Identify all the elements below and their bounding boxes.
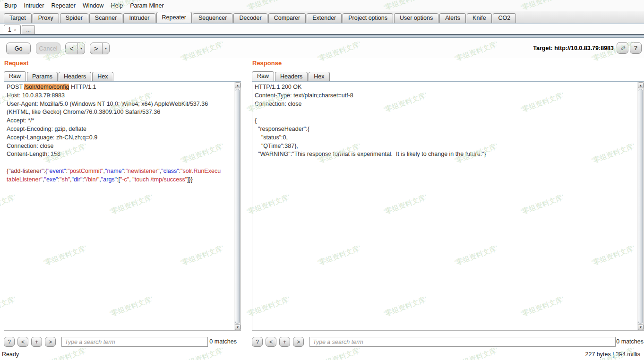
request-line: POST /solr/demo/config HTTP/1.1 xyxy=(7,83,232,92)
repeater-toolbar: Go Cancel < ▼ > ▼ Target: http://10.0.83… xyxy=(0,38,644,58)
response-stats: 227 bytes | 394 millis xyxy=(585,351,641,358)
next-request-label: > xyxy=(90,43,102,54)
tab-alerts[interactable]: Alerts xyxy=(439,13,466,23)
scroll-up-icon[interactable]: ▲ xyxy=(235,82,240,88)
tab-scanner[interactable]: Scanner xyxy=(89,13,123,23)
request-panel-title: Request xyxy=(4,60,28,67)
target-label: Target: xyxy=(533,45,552,51)
go-button[interactable]: Go xyxy=(6,43,31,54)
chevron-down-icon[interactable]: ▼ xyxy=(102,43,109,54)
response-tab-bar: Raw Headers Hex xyxy=(252,71,331,81)
close-tab-icon[interactable]: × xyxy=(14,26,17,34)
scroll-down-icon[interactable]: ▼ xyxy=(638,324,644,330)
tab-sequencer[interactable]: Sequencer xyxy=(193,13,232,23)
menu-help[interactable]: Help xyxy=(111,2,123,9)
tab-repeater[interactable]: Repeater xyxy=(156,12,192,23)
response-line: "WARNING":"This response format is exper… xyxy=(255,150,635,159)
request-scrollbar[interactable]: ▲ ▼ xyxy=(234,82,240,330)
request-line: Content-Length: 158 xyxy=(7,150,232,159)
tab-spider[interactable]: Spider xyxy=(60,13,88,23)
tab-proxy[interactable]: Proxy xyxy=(33,13,59,23)
scrollbar-thumb[interactable] xyxy=(235,89,240,324)
response-tab-hex[interactable]: Hex xyxy=(309,72,329,81)
request-line xyxy=(7,159,232,167)
repeater-tab-bar: 1 × ... xyxy=(0,25,644,34)
menu-intruder[interactable]: Intruder xyxy=(24,2,44,9)
repeater-tab-1-label: 1 xyxy=(8,26,11,34)
request-tab-raw[interactable]: Raw xyxy=(4,71,26,81)
response-panel-title: Response xyxy=(252,60,282,67)
response-line: "QTime":387}, xyxy=(255,142,635,151)
scroll-up-icon[interactable]: ▲ xyxy=(638,82,644,88)
status-bar: Ready 227 bytes | 394 millis xyxy=(0,350,644,360)
search-prev-button[interactable]: < xyxy=(17,337,28,347)
next-request-button[interactable]: > ▼ xyxy=(90,43,110,54)
edit-target-button[interactable]: ✎ xyxy=(617,42,628,54)
response-line: "status":0, xyxy=(255,134,635,142)
response-match-count: 0 matches xyxy=(616,338,644,345)
request-tab-hex[interactable]: Hex xyxy=(92,72,113,81)
search-help-button[interactable]: ? xyxy=(4,337,15,347)
response-scrollbar[interactable]: ▲ ▼ xyxy=(637,82,644,330)
request-match-count: 0 matches xyxy=(209,338,237,345)
prev-request-button[interactable]: < ▼ xyxy=(65,43,85,54)
tab-decoder[interactable]: Decoder xyxy=(233,13,267,23)
search-help-button[interactable]: ? xyxy=(252,337,263,347)
tab-user-options[interactable]: User options xyxy=(394,13,438,23)
menu-param-miner[interactable]: Param Miner xyxy=(130,2,164,9)
response-line: "responseHeader":{ xyxy=(255,125,635,134)
prev-request-label: < xyxy=(66,43,77,54)
response-tab-headers[interactable]: Headers xyxy=(275,72,308,81)
response-line: Connection: close xyxy=(255,100,635,109)
search-next-button[interactable]: > xyxy=(293,337,304,347)
horizontal-splitter[interactable] xyxy=(0,34,644,38)
request-search-input[interactable] xyxy=(61,337,208,347)
search-add-button[interactable]: + xyxy=(31,337,42,347)
response-line xyxy=(255,108,635,117)
tab-co2[interactable]: CO2 xyxy=(493,13,516,23)
status-text: Ready xyxy=(2,351,19,358)
response-line: { xyxy=(255,117,635,125)
cancel-button[interactable]: Cancel xyxy=(36,43,60,54)
request-editor[interactable]: POST /solr/demo/config HTTP/1.1Host: 10.… xyxy=(4,81,241,331)
tab-comparer[interactable]: Comparer xyxy=(268,13,306,23)
target-url: http://10.0.83.79:8983 xyxy=(554,45,614,51)
scrollbar-thumb[interactable] xyxy=(638,89,643,324)
request-line: Accept-Encoding: gzip, deflate xyxy=(7,125,232,134)
request-tab-params[interactable]: Params xyxy=(27,72,58,81)
response-tab-raw[interactable]: Raw xyxy=(252,71,274,81)
help-button[interactable]: ? xyxy=(630,42,642,54)
request-line: Host: 10.0.83.79:8983 xyxy=(7,92,232,100)
tab-project-options[interactable]: Project options xyxy=(343,13,393,23)
request-line: Accept-Language: zh-CN,zh;q=0.9 xyxy=(7,134,232,142)
response-search-bar: ? < + > 0 matches xyxy=(252,336,644,348)
response-editor-text[interactable]: HTTP/1.1 200 OKContent-Type: text/plain;… xyxy=(255,83,635,329)
pencil-icon: ✎ xyxy=(618,45,626,51)
repeater-tab-1[interactable]: 1 × xyxy=(4,25,21,34)
chevron-down-icon[interactable]: ▼ xyxy=(77,43,85,54)
menu-repeater[interactable]: Repeater xyxy=(52,2,76,9)
menu-window[interactable]: Window xyxy=(83,2,103,9)
request-editor-text[interactable]: POST /solr/demo/config HTTP/1.1Host: 10.… xyxy=(7,83,232,329)
tab-knife[interactable]: Knife xyxy=(467,13,492,23)
target-display: Target: http://10.0.83.79:8983 xyxy=(533,45,614,51)
tab-extender[interactable]: Extender xyxy=(307,13,342,23)
menu-burp[interactable]: Burp xyxy=(4,2,17,9)
request-line: {"add-listener":{"event":"postCommit","n… xyxy=(7,167,232,176)
search-next-button[interactable]: > xyxy=(45,337,56,347)
tab-intruder[interactable]: Intruder xyxy=(123,13,155,23)
response-line: Content-Type: text/plain;charset=utf-8 xyxy=(255,92,635,100)
search-prev-button[interactable]: < xyxy=(266,337,276,347)
tab-target[interactable]: Target xyxy=(4,13,32,23)
request-tab-headers[interactable]: Headers xyxy=(59,72,91,81)
request-tab-bar: Raw Params Headers Hex xyxy=(4,71,114,81)
response-editor[interactable]: HTTP/1.1 200 OKContent-Type: text/plain;… xyxy=(252,81,644,331)
menu-bar: Burp Intruder Repeater Window Help Param… xyxy=(0,0,644,11)
repeater-tab-more[interactable]: ... xyxy=(22,25,35,34)
search-add-button[interactable]: + xyxy=(279,337,290,347)
request-line: Accept: */* xyxy=(7,117,232,125)
scroll-down-icon[interactable]: ▼ xyxy=(235,324,240,330)
request-line: Connection: close xyxy=(7,142,232,151)
request-line: User-Agent: Mozilla/5.0 (Windows NT 10.0… xyxy=(7,100,232,109)
response-search-input[interactable] xyxy=(309,337,616,347)
